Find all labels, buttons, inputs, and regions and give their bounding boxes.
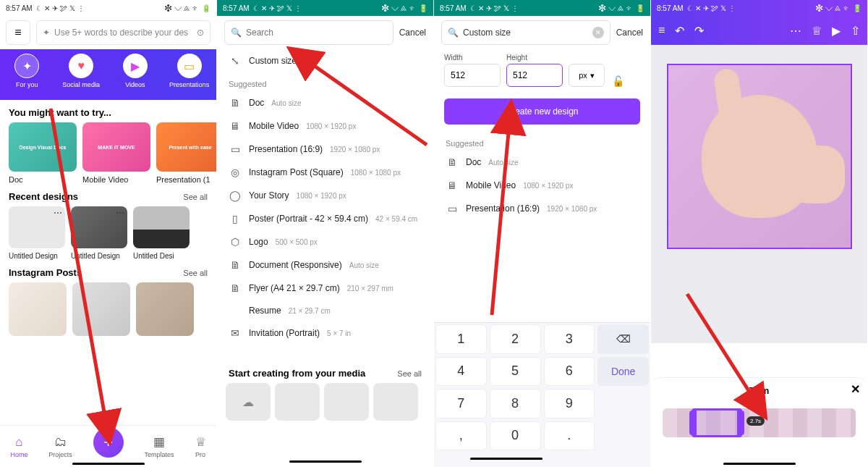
try-card-presentation[interactable]: Present with ease Presentation (1 <box>156 122 216 184</box>
template-option[interactable]: ▯Poster (Portrait - 42 × 59.4 cm) 42 × 5… <box>217 207 433 230</box>
upload-tile[interactable]: ☁ <box>226 383 271 421</box>
panel-editor: 8:57 AM☾ ✕ ✈ 🕊 𝕏 ⋮ ✽ ⌵ ⩓ ᯤ 🔋 ≡ ↶ ↷ ⋯ ♕ ▶… <box>651 0 868 467</box>
menu-button[interactable]: ≡ <box>6 20 30 45</box>
nav-home[interactable]: ⌂Home <box>10 435 27 458</box>
template-option[interactable]: 🗎Flyer (A4 21 × 29.7 cm) 210 × 297 mm <box>217 277 433 300</box>
nav-templates[interactable]: ▦Templates <box>145 434 174 458</box>
crown-icon[interactable]: ♕ <box>812 24 822 38</box>
key-5[interactable]: 5 <box>490 357 541 387</box>
canvas[interactable] <box>667 64 852 249</box>
see-all-link[interactable]: See all <box>183 193 208 201</box>
instagram-template[interactable] <box>136 282 194 336</box>
key-2[interactable]: 2 <box>490 324 541 354</box>
category-presentations[interactable]: ▭ Presentations <box>169 54 210 88</box>
media-row: ☁ <box>217 383 433 421</box>
search-field[interactable]: ✦ Use 5+ words to describe your des ⊙ <box>36 20 210 45</box>
trim-handle-right[interactable] <box>737 411 744 435</box>
recent-design[interactable]: ⋯ Untitled Design <box>9 206 65 260</box>
menu-icon[interactable]: ≡ <box>658 24 665 37</box>
template-option[interactable]: ⬡Logo 500 × 500 px <box>217 230 433 253</box>
redo-icon[interactable]: ↷ <box>694 24 704 38</box>
see-all-link[interactable]: See all <box>183 269 208 277</box>
template-option[interactable]: ✉Invitation (Portrait) 5 × 7 in <box>217 321 433 345</box>
instagram-template[interactable] <box>72 282 130 336</box>
category-foryou[interactable]: ✦ For you <box>7 54 47 88</box>
template-icon: ✉ <box>229 327 242 339</box>
play-icon[interactable]: ▶ <box>832 24 841 38</box>
close-icon[interactable]: ✕ <box>851 382 860 396</box>
share-icon[interactable]: ⇧ <box>851 24 860 38</box>
search-input[interactable]: 🔍 ✕ <box>441 20 610 45</box>
trim-selection[interactable] <box>692 408 742 437</box>
cancel-button[interactable]: Cancel <box>616 28 643 38</box>
undo-icon[interactable]: ↶ <box>675 24 684 38</box>
doc-thumbnail: Design Visual Docs <box>9 122 77 172</box>
recent-row[interactable]: ⋯ Untitled Design ⋯ Untitled Design Unti… <box>0 206 216 260</box>
key-4[interactable]: 4 <box>435 357 487 387</box>
more-icon[interactable]: ⋯ <box>790 24 801 38</box>
size-inputs: Width Height px▾ 🔓 <box>434 49 650 91</box>
media-tile[interactable] <box>275 383 320 421</box>
key-0[interactable]: 0 <box>490 421 541 451</box>
template-option[interactable]: Resume 21 × 29.7 cm <box>217 300 433 321</box>
template-option[interactable]: ◎Instagram Post (Square) 1080 × 1080 px <box>217 161 433 184</box>
recent-design[interactable]: Untitled Desi <box>133 206 190 260</box>
template-option[interactable]: ▭Presentation (16:9) 1920 × 1080 px <box>434 197 650 220</box>
canvas-area[interactable] <box>651 45 867 343</box>
unit-select[interactable]: px▾ <box>569 64 605 87</box>
instagram-template[interactable] <box>9 282 67 336</box>
template-option[interactable]: 🗎Doc Auto size <box>434 151 650 174</box>
more-icon[interactable]: ⋯ <box>116 208 124 218</box>
category-videos[interactable]: ▶ Videos <box>115 54 156 88</box>
backspace-key[interactable]: ⌫ <box>597 324 649 354</box>
duration-badge: 2.7s <box>746 416 765 426</box>
create-design-button[interactable]: Create new design <box>444 98 640 125</box>
clear-icon[interactable]: ✕ <box>592 27 604 38</box>
trim-handle-left[interactable] <box>689 411 697 435</box>
see-all-link[interactable]: See all <box>397 369 422 378</box>
mobile-video-thumbnail: MAKE IT MOVE <box>82 122 150 172</box>
trim-panel: Trim ✕ 2.7s <box>651 377 867 467</box>
try-row[interactable]: Design Visual Docs Doc MAKE IT MOVE Mobi… <box>0 122 216 184</box>
nav-pro[interactable]: ♕Pro <box>195 434 206 458</box>
dot-key[interactable]: . <box>544 421 595 451</box>
search-input[interactable]: 🔍 <box>224 20 393 45</box>
template-option[interactable]: 🖥Mobile Video 1080 × 1920 px <box>217 114 433 138</box>
create-fab[interactable]: + <box>93 427 124 458</box>
category-social[interactable]: ♥ Social media <box>61 54 101 88</box>
key-7[interactable]: 7 <box>435 389 487 418</box>
template-option[interactable]: ▭Presentation (16:9) 1920 × 1080 px <box>217 138 433 161</box>
media-tile[interactable] <box>324 383 369 421</box>
template-option[interactable]: 🗎Document (Responsive) Auto size <box>217 253 433 277</box>
height-field[interactable]: Height <box>506 54 563 87</box>
recent-design[interactable]: ⋯ Untitled Design <box>71 206 127 260</box>
crown-icon: ♕ <box>195 434 206 450</box>
camera-icon[interactable]: ⊙ <box>197 28 204 38</box>
status-bar: 8:57 AM☾ ✕ ✈ 🕊 𝕏 ⋮ ✽ ⌵ ⩓ ᯤ 🔋 <box>0 0 216 16</box>
template-option[interactable]: 🗎Doc Auto size <box>217 91 433 114</box>
key-1[interactable]: 1 <box>435 324 487 354</box>
cancel-button[interactable]: Cancel <box>399 28 426 38</box>
instagram-row[interactable] <box>0 282 216 336</box>
width-field[interactable]: Width <box>444 54 501 87</box>
nav-projects[interactable]: 🗂Projects <box>48 435 72 458</box>
media-tile[interactable] <box>373 383 418 421</box>
try-heading: You might want to try... <box>0 100 216 122</box>
key-8[interactable]: 8 <box>490 389 541 418</box>
key-9[interactable]: 9 <box>544 389 595 418</box>
try-card-doc[interactable]: Design Visual Docs Doc <box>9 122 77 184</box>
timeline[interactable]: 2.7s <box>663 408 856 437</box>
try-card-mobile-video[interactable]: MAKE IT MOVE Mobile Video <box>82 122 150 184</box>
media-heading: Start creating from your media See all <box>217 361 433 383</box>
lock-icon[interactable]: 🔓 <box>610 75 626 87</box>
more-icon[interactable]: ⋯ <box>54 208 62 218</box>
template-icon: 🗎 <box>229 259 242 271</box>
template-option[interactable]: 🖥Mobile Video 1080 × 1920 px <box>434 174 650 197</box>
suggested-label: Suggested <box>434 132 650 151</box>
key-6[interactable]: 6 <box>544 357 595 387</box>
custom-size-option[interactable]: ⤡ Custom size <box>217 49 433 72</box>
key-3[interactable]: 3 <box>544 324 595 354</box>
done-key[interactable]: Done <box>597 357 649 387</box>
template-option[interactable]: ◯Your Story 1080 × 1920 px <box>217 184 433 207</box>
comma-key[interactable]: , <box>435 421 487 451</box>
